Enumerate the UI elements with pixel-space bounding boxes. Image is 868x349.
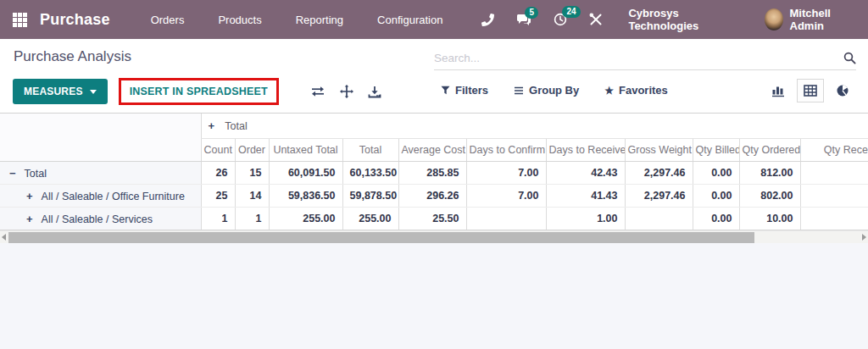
pivot-value-cell: 42.43 (546, 162, 625, 185)
pivot-value-cell: 285.85 (398, 162, 466, 185)
pivot-table-container: + Total CountOrderUntaxed TotalTotalAver… (0, 113, 868, 230)
pivot-value-cell: 1 (235, 208, 269, 230)
pivot-column-header[interactable]: Days to Receive (546, 139, 625, 162)
messages-icon[interactable]: 5 (516, 14, 531, 26)
collapse-icon[interactable]: − (9, 167, 16, 180)
favorites-label: Favorites (619, 84, 668, 97)
filters-button[interactable]: Filters (441, 84, 488, 97)
scroll-right-arrow-icon[interactable] (862, 234, 866, 241)
horizontal-scrollbar-thumb[interactable] (8, 232, 754, 243)
pivot-row-header[interactable]: +All / Saleable / Office Furniture (0, 185, 201, 208)
pivot-row: −Total261560,091.5060,133.50285.857.0042… (0, 162, 868, 185)
pivot-row-label: Total (25, 168, 47, 180)
pivot-column-header[interactable]: Total (342, 139, 398, 162)
pivot-column-header[interactable]: Qty Received (800, 139, 868, 162)
activities-badge: 24 (562, 6, 580, 18)
download-icon[interactable] (368, 86, 381, 98)
pivot-value-cell: 1 (201, 208, 235, 230)
navbar-right: 5 24 Cybrosys Technologies Mitchell (459, 7, 855, 32)
app-brand[interactable]: Purchase (40, 11, 110, 29)
pivot-column-header[interactable]: Days to Confirm (466, 139, 546, 162)
pivot-value-cell: 255.00 (269, 208, 342, 230)
pivot-column-group-header[interactable]: + Total (201, 114, 868, 139)
pivot-column-header[interactable]: Gross Weight (625, 139, 693, 162)
expand-icon[interactable]: + (209, 119, 215, 132)
pivot-action-icons (296, 85, 381, 98)
pivot-value-cell: 60,133.50 (342, 162, 398, 185)
pivot-value-cell: 26 (201, 162, 235, 185)
view-switcher (765, 78, 856, 103)
favorites-button[interactable]: ★ Favorites (604, 84, 668, 97)
company-switcher[interactable]: Cybrosys Technologies (628, 7, 733, 32)
pivot-row-label: All / Saleable / Office Furniture (42, 191, 185, 202)
group-by-icon (514, 86, 524, 95)
nav-item-configuration[interactable]: Configuration (360, 14, 459, 26)
activities-clock-icon[interactable]: 24 (554, 13, 567, 26)
measures-button[interactable]: MEASURES (13, 79, 108, 104)
pivot-value-cell: 0.00 (693, 185, 739, 208)
pivot-value-cell: 2,297.46 (625, 162, 693, 185)
pivot-column-header[interactable]: Qty Billed (693, 139, 739, 162)
pivot-value-cell: 802.00 (739, 185, 800, 208)
pivot-value-cell: 59,878.50 (342, 185, 398, 208)
pivot-toolbar: MEASURES INSERT IN SPREADSHEET (13, 78, 381, 105)
pivot-row-label: All / Saleable / Services (42, 213, 153, 225)
pivot-value-cell: 255.00 (342, 208, 398, 230)
pivot-row: +All / Saleable / Services11255.00255.00… (0, 208, 868, 230)
search-bar (434, 47, 856, 70)
group-by-button[interactable]: Group By (514, 84, 579, 97)
pivot-value-cell: 25.50 (398, 208, 466, 230)
expand-all-icon[interactable] (340, 85, 353, 98)
nav-item-reporting[interactable]: Reporting (279, 14, 360, 26)
pivot-column-header[interactable]: Qty Ordered (739, 139, 800, 162)
pivot-column-header[interactable]: Untaxed Total (269, 139, 342, 162)
scroll-left-arrow-icon[interactable] (2, 234, 6, 241)
top-navbar: Purchase OrdersProductsReportingConfigur… (0, 0, 868, 39)
pivot-value-cell: 14 (235, 185, 269, 208)
empty-area (0, 243, 868, 349)
pivot-value-cell: 0.00 (693, 208, 739, 230)
purchase-analysis-page: Purchase OrdersProductsReportingConfigur… (0, 0, 868, 349)
dashboard-view-button[interactable] (829, 78, 856, 103)
messages-badge: 5 (525, 7, 538, 19)
bar-chart-view-button[interactable] (765, 79, 792, 103)
horizontal-scrollbar[interactable] (0, 230, 868, 243)
pivot-row-header[interactable]: −Total (0, 162, 201, 185)
filter-bar: Filters Group By ★ Favorites (441, 84, 693, 97)
pivot-value-cell: 59,836.50 (269, 185, 342, 208)
insert-in-spreadsheet-button[interactable]: INSERT IN SPREADSHEET (119, 78, 279, 105)
pivot-value-cell (800, 208, 868, 230)
search-input[interactable] (434, 52, 838, 64)
user-menu[interactable]: Mitchell Admin (765, 7, 855, 32)
pivot-table: + Total CountOrderUntaxed TotalTotalAver… (0, 114, 868, 230)
pivot-value-cell: 7.00 (466, 162, 546, 185)
pivot-value-cell: 41.43 (546, 185, 625, 208)
pivot-column-header[interactable]: Order (235, 139, 269, 162)
pivot-value-cell: 25 (201, 185, 235, 208)
expand-icon[interactable]: + (26, 213, 33, 225)
pivot-column-header[interactable]: Average Cost (398, 139, 466, 162)
pivot-view-button[interactable] (797, 79, 824, 102)
flip-axis-icon[interactable] (310, 86, 326, 97)
nav-item-orders[interactable]: Orders (134, 14, 202, 26)
pivot-value-cell (800, 162, 868, 185)
pivot-column-header[interactable]: Count (201, 139, 235, 162)
filters-label: Filters (455, 84, 488, 97)
pivot-value-cell (625, 208, 693, 230)
pivot-value-cell: 10.00 (739, 208, 800, 230)
debug-tools-icon[interactable] (589, 13, 603, 26)
pivot-value-cell: 0.00 (693, 162, 739, 185)
user-name: Mitchell Admin (790, 7, 855, 32)
nav-item-products[interactable]: Products (201, 14, 278, 26)
pivot-row: +All / Saleable / Office Furniture251459… (0, 185, 868, 208)
pivot-row-header[interactable]: +All / Saleable / Services (0, 208, 201, 230)
avatar[interactable] (765, 8, 783, 30)
filter-funnel-icon (441, 86, 450, 95)
pivot-value-cell: 812.00 (739, 162, 800, 185)
search-icon[interactable] (843, 52, 856, 64)
pivot-value-cell: 2,297.46 (625, 185, 693, 208)
apps-menu-icon[interactable] (13, 13, 27, 27)
phone-icon[interactable] (481, 14, 494, 26)
pivot-value-cell: 1.00 (546, 208, 625, 230)
expand-icon[interactable]: + (26, 190, 33, 202)
